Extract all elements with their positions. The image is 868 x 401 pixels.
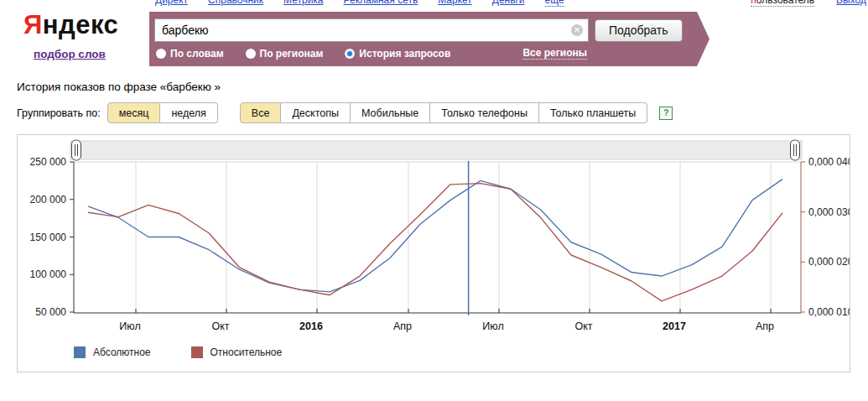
wordstat-page: ДиректСправочникМетрикаРекламная сетьМар… bbox=[0, 0, 868, 401]
submit-button[interactable]: Подобрать bbox=[595, 19, 683, 42]
slider-handle-left[interactable] bbox=[72, 140, 81, 160]
history-chart-panel: 250 000200 000150 000100 00050 0000,000 … bbox=[17, 134, 850, 372]
legend-label-relative: Относительное bbox=[211, 346, 283, 358]
legend-item-relative: Относительное bbox=[191, 346, 283, 358]
device-button-4[interactable]: Только планшеты bbox=[539, 102, 647, 123]
groupby-button-1[interactable]: неделя bbox=[160, 102, 217, 123]
nav-link-6[interactable]: ещё bbox=[545, 0, 564, 7]
search-banner: ✕ Подобрать По словамПо регионамИстория … bbox=[149, 12, 709, 66]
page-title: История показов по фразе «барбекю » bbox=[17, 81, 221, 93]
mode-radio-0[interactable]: По словам bbox=[156, 48, 224, 60]
x-axis-label: Окт bbox=[211, 320, 229, 332]
nav-link-5[interactable]: Деньги bbox=[492, 0, 525, 7]
right-axis-label: 0,000 010 bbox=[808, 306, 850, 318]
search-input[interactable] bbox=[160, 19, 566, 41]
radio-label: По словам bbox=[170, 48, 224, 60]
x-axis-label: Апр bbox=[393, 320, 412, 332]
radio-icon bbox=[156, 49, 166, 59]
logout-link[interactable]: Выход bbox=[836, 0, 866, 7]
left-axis-label: 100 000 bbox=[30, 268, 67, 280]
controls-row: Группировать по: месяцнеделя ВсеДесктопы… bbox=[17, 102, 673, 123]
radio-label: По регионам bbox=[260, 48, 324, 60]
range-slider-track[interactable] bbox=[70, 141, 802, 159]
legend-swatch-relative bbox=[191, 346, 203, 358]
yandex-logo[interactable]: Яндекс bbox=[23, 10, 118, 40]
mode-radio-1[interactable]: По регионам bbox=[246, 48, 324, 60]
device-filter-buttons: ВсеДесктопыМобильныеТолько телефоныТольк… bbox=[240, 102, 647, 123]
help-icon[interactable]: ? bbox=[659, 107, 673, 120]
slider-handle-right[interactable] bbox=[791, 140, 800, 160]
nav-link-3[interactable]: Рекламная сеть bbox=[344, 0, 418, 7]
radio-icon bbox=[246, 49, 256, 59]
wordstat-home-link[interactable]: подбор слов bbox=[34, 48, 106, 60]
legend-label-absolute: Абсолютное bbox=[93, 346, 151, 358]
device-button-2[interactable]: Мобильные bbox=[351, 102, 430, 123]
device-button-0[interactable]: Все bbox=[240, 102, 282, 123]
username-link[interactable]: пользователь bbox=[751, 0, 814, 7]
right-axis-label: 0,000 040 bbox=[808, 156, 850, 168]
left-axis-label: 250 000 bbox=[30, 156, 67, 168]
x-axis-label: Апр bbox=[756, 320, 774, 332]
device-button-3[interactable]: Только телефоны bbox=[430, 102, 539, 123]
mode-radio-2[interactable]: История запросов bbox=[345, 48, 450, 60]
group-by-label: Группировать по: bbox=[17, 107, 101, 119]
left-axis-label: 150 000 bbox=[30, 232, 67, 243]
regions-link[interactable]: Все регионы bbox=[522, 47, 587, 60]
device-button-1[interactable]: Десктопы bbox=[281, 102, 351, 123]
left-axis-label: 200 000 bbox=[30, 194, 67, 206]
top-navigation: ДиректСправочникМетрикаРекламная сетьМар… bbox=[155, 0, 564, 7]
x-axis-label: 2016 bbox=[299, 320, 323, 332]
series-line-0 bbox=[88, 180, 782, 292]
x-axis-label: Июл bbox=[119, 320, 140, 332]
logo-rest: ндекс bbox=[43, 10, 119, 39]
nav-link-2[interactable]: Метрика bbox=[283, 0, 323, 7]
account-area: пользователь Выход bbox=[751, 0, 866, 7]
groupby-button-0[interactable]: месяц bbox=[107, 102, 161, 123]
search-field-wrap: ✕ bbox=[154, 18, 589, 42]
x-axis-label: Окт bbox=[574, 320, 592, 332]
chart-legend: Абсолютное Относительное bbox=[74, 346, 322, 358]
logo-letter: Я bbox=[23, 10, 43, 39]
group-by-buttons: месяцнеделя bbox=[107, 102, 218, 123]
history-chart[interactable]: 250 000200 000150 000100 00050 0000,000 … bbox=[18, 135, 850, 372]
x-axis-label: Июл bbox=[482, 320, 503, 332]
nav-link-0[interactable]: Директ bbox=[155, 0, 188, 7]
right-axis-label: 0,000 020 bbox=[808, 256, 850, 268]
right-axis-label: 0,000 030 bbox=[808, 206, 850, 218]
mode-row: По словамПо регионамИстория запросовВсе … bbox=[156, 47, 587, 60]
left-axis-label: 50 000 bbox=[35, 306, 66, 318]
nav-link-4[interactable]: Маркет bbox=[438, 0, 472, 7]
nav-link-1[interactable]: Справочник bbox=[208, 0, 263, 7]
legend-swatch-absolute bbox=[74, 346, 86, 358]
clear-icon[interactable]: ✕ bbox=[571, 24, 583, 36]
radio-label: История запросов bbox=[359, 48, 450, 60]
x-axis-label: 2017 bbox=[663, 320, 686, 332]
radio-icon bbox=[345, 49, 355, 59]
legend-item-absolute: Абсолютное bbox=[74, 346, 151, 358]
